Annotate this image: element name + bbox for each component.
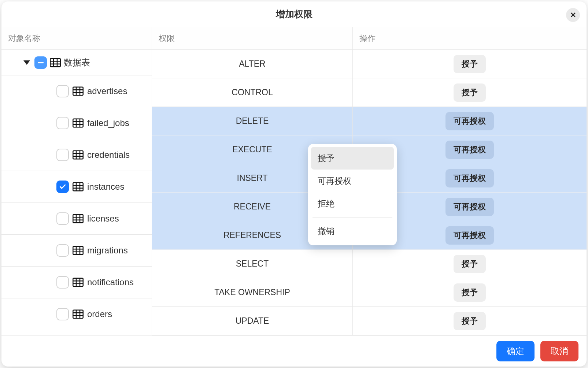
tree-item[interactable]: migrations [1,235,152,267]
tree-item-label: failed_jobs [87,118,129,128]
confirm-button[interactable]: 确定 [496,341,535,361]
menu-item[interactable]: 可再授权 [311,170,394,192]
menu-item[interactable]: 授予 [311,147,394,170]
tree-item[interactable]: instances [1,171,152,203]
svg-rect-35 [73,278,83,287]
close-button[interactable]: ✕ [566,8,580,22]
svg-rect-0 [50,58,60,67]
table-icon [73,182,84,192]
tree-item[interactable]: advertises [1,75,152,107]
cancel-button[interactable]: 取消 [540,341,578,361]
caret-down-icon [23,60,30,65]
grant-button[interactable]: 可再授权 [445,112,494,130]
tree-item-label: orders [87,309,112,319]
svg-rect-40 [73,310,83,319]
menu-item[interactable]: 拒绝 [311,192,394,215]
tree-item[interactable]: notifications [1,267,152,298]
tree-root-label: 数据表 [64,57,90,68]
column-header-permissions: 权限 [152,27,352,50]
permission-name: REFERENCES [223,230,281,240]
permission-name: SELECT [236,259,269,269]
action-row: 授予 [353,78,587,107]
permission-name: ALTER [239,59,265,69]
modal-body: 对象名称 数据表 advertisesfailed_jobscredential… [1,27,587,335]
checkbox[interactable] [56,85,69,97]
tree-item[interactable]: orders [1,298,152,330]
column-header-objects: 对象名称 [1,27,152,50]
permission-name: UPDATE [236,316,269,326]
permission-name: EXECUTE [232,145,272,155]
grant-button[interactable]: 可再授权 [445,198,494,216]
permission-name: RECEIVE [234,202,271,212]
grant-button[interactable]: 可再授权 [445,141,494,159]
column-header-actions: 操作 [353,27,587,50]
checkbox-root[interactable] [34,56,47,69]
svg-rect-25 [73,215,83,223]
checkbox[interactable] [56,212,69,225]
checkbox[interactable] [56,276,69,289]
table-icon [73,214,84,223]
action-row: 授予 [353,50,587,78]
modal-footer: 确定 取消 [1,335,587,367]
table-icon [73,86,84,96]
table-icon [73,278,84,287]
modal-header: 增加权限 ✕ [1,1,587,27]
grant-button[interactable]: 可再授权 [445,169,494,187]
action-row: 可再授权 [353,107,587,135]
tree-item-label: advertises [87,86,127,96]
svg-rect-20 [73,183,83,191]
permission-name: DELETE [236,116,269,126]
add-permission-modal: 增加权限 ✕ 对象名称 数据表 advertisesfailed_jobscre… [1,1,587,367]
menu-divider [313,217,392,218]
permission-row[interactable]: ALTER [152,50,352,78]
grant-button[interactable]: 授予 [454,283,486,302]
object-tree: 数据表 advertisesfailed_jobscredentialsinst… [1,50,152,335]
table-icon [73,118,84,128]
permission-name: TAKE OWNERSHIP [214,287,290,297]
svg-rect-5 [73,87,83,96]
action-row: 授予 [353,250,587,278]
table-icon [73,246,84,255]
grant-button[interactable]: 授予 [454,312,486,330]
permission-row[interactable]: SELECT [152,250,352,278]
tree-root-tables[interactable]: 数据表 [1,50,152,75]
permission-name: INSERT [237,173,268,183]
table-icon [50,58,61,67]
table-icon [73,309,84,319]
tree-item-label: licenses [87,213,119,224]
close-icon: ✕ [570,11,576,19]
tree-item-label: instances [87,182,124,192]
tree-item[interactable]: licenses [1,203,152,235]
grant-context-menu: 授予可再授权拒绝 撤销 [308,144,397,245]
tree-item[interactable]: failed_jobs [1,107,152,139]
checkbox[interactable] [56,117,69,129]
checkbox[interactable] [56,308,69,320]
grant-button[interactable]: 授予 [454,83,486,102]
tree-item-label: migrations [87,245,128,256]
permission-row[interactable]: TAKE OWNERSHIP [152,278,352,307]
permission-row[interactable]: CONTROL [152,78,352,107]
menu-item-revoke[interactable]: 撤销 [311,220,394,242]
action-row: 授予 [353,307,587,335]
tree-item[interactable]: credentials [1,139,152,171]
column-objects: 对象名称 数据表 advertisesfailed_jobscredential… [1,27,152,335]
grant-button[interactable]: 授予 [454,55,486,73]
tree-item-label: notifications [87,277,134,287]
modal-title: 增加权限 [276,8,313,20]
checkbox[interactable] [56,244,69,257]
svg-rect-10 [73,119,83,127]
svg-rect-30 [73,246,83,255]
svg-rect-15 [73,151,83,159]
action-row: 授予 [353,278,587,307]
tree-item-label: credentials [87,150,130,160]
grant-button[interactable]: 授予 [454,255,486,273]
permission-row[interactable]: UPDATE [152,307,352,335]
permission-row[interactable]: DELETE [152,107,352,135]
grant-button[interactable]: 可再授权 [445,226,494,245]
checkbox[interactable] [56,149,69,161]
table-icon [73,150,84,160]
checkbox[interactable] [56,181,69,193]
permission-name: CONTROL [232,88,273,97]
